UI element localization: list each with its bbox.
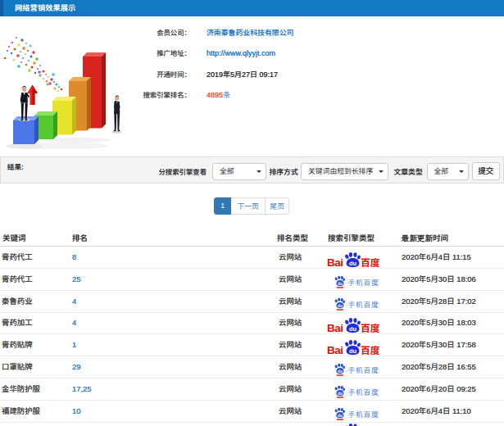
svg-text:du: du [338,414,343,418]
svg-text:百度: 百度 [361,342,380,356]
svg-text:百度: 百度 [361,255,380,268]
svg-text:du: du [338,369,343,374]
svg-text:du: du [338,304,343,308]
svg-text:Bai: Bai [327,256,343,269]
svg-text:du: du [349,260,357,267]
svg-text:du: du [338,282,343,286]
svg-text:Bai: Bai [327,322,343,334]
svg-text:百度: 百度 [361,320,380,333]
svg-text:du: du [349,326,357,333]
svg-text:du: du [349,347,357,355]
svg-text:du: du [338,392,343,396]
svg-text:Bai: Bai [327,344,343,356]
